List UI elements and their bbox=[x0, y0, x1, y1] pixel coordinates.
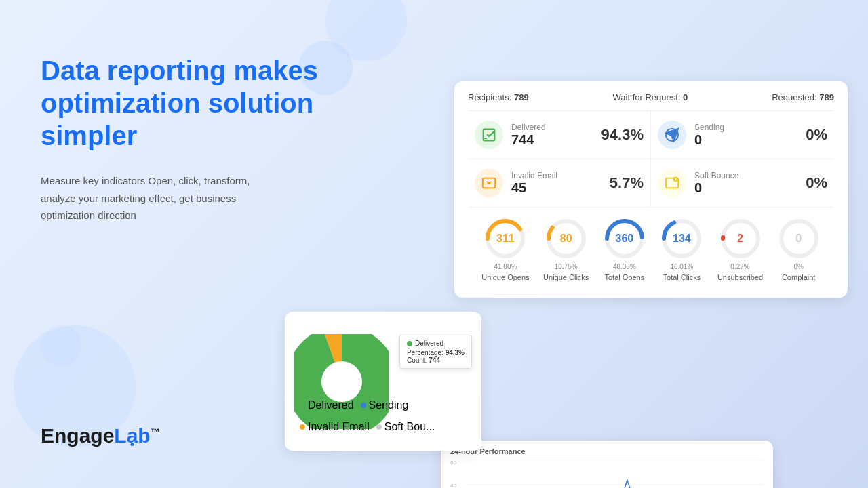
circle-unsubscribed: 2 0.27% Unsubscribed bbox=[717, 217, 763, 281]
tooltip-percentage: Percentage: 94.3% bbox=[407, 349, 465, 357]
unsubscribed-chart: 2 bbox=[719, 217, 762, 260]
invalid-percent: 5.7% bbox=[610, 174, 644, 192]
legend-dot-invalid bbox=[300, 424, 305, 430]
delivered-value: 744 bbox=[511, 132, 593, 148]
unsubscribed-label: Unsubscribed bbox=[717, 273, 763, 281]
logo: EngageLab™ bbox=[41, 424, 160, 447]
tooltip-label: Delivered bbox=[415, 340, 443, 347]
legend-sending: Sending bbox=[361, 399, 409, 411]
legend-label-soft-bounce: Soft Bou... bbox=[384, 421, 435, 433]
requested-value: 789 bbox=[819, 92, 834, 102]
total-opens-pct: 48.38% bbox=[613, 263, 636, 270]
sending-percent: 0% bbox=[806, 126, 827, 144]
unique-clicks-chart: 80 bbox=[545, 217, 588, 260]
svg-point-25 bbox=[321, 361, 362, 402]
circle-complaint: 0 0% Complaint bbox=[777, 217, 821, 281]
circle-unique-clicks: 80 10.75% Unique Clicks bbox=[543, 217, 589, 281]
stats-grid: Delivered 744 94.3% Sending 0 bbox=[468, 111, 834, 207]
recipients-bar: Recipients: 789 Wait for Request: 0 Requ… bbox=[468, 92, 834, 111]
line-chart-wrapper: 60 40 20 0 bbox=[450, 460, 764, 488]
delivered-info: Delivered 744 bbox=[511, 123, 593, 148]
soft-bounce-info: Soft Bounce 0 bbox=[694, 171, 797, 196]
invalid-label: Invalid Email bbox=[511, 171, 601, 180]
unique-opens-pct: 41.80% bbox=[494, 263, 517, 270]
total-clicks-label: Total Clicks bbox=[663, 273, 701, 281]
total-clicks-value: 134 bbox=[673, 232, 691, 245]
legend-delivered: Delivered bbox=[300, 399, 354, 411]
invalid-value: 45 bbox=[511, 180, 601, 196]
stat-cell-sending: Sending 0 0% bbox=[651, 111, 834, 159]
legend-label-sending: Sending bbox=[369, 399, 409, 411]
pie-tooltip: Delivered Percentage: 94.3% Count: 744 bbox=[399, 335, 472, 369]
sending-value: 0 bbox=[694, 132, 797, 148]
delivered-percent: 94.3% bbox=[601, 126, 644, 144]
complaint-label: Complaint bbox=[782, 273, 816, 281]
total-clicks-chart: 134 bbox=[660, 217, 703, 260]
sending-info: Sending 0 bbox=[694, 123, 797, 148]
complaint-pct: 0% bbox=[793, 263, 803, 270]
legend-invalid: Invalid Email bbox=[300, 421, 370, 433]
left-panel: Data reporting makes optimization soluti… bbox=[41, 54, 353, 224]
logo-dot: Lab bbox=[114, 424, 150, 447]
circle-unique-opens: 311 41.80% Unique Opens bbox=[481, 217, 529, 281]
legend-dot-sending bbox=[361, 403, 366, 408]
invalid-info: Invalid Email 45 bbox=[511, 171, 601, 196]
line-chart-title: 24-hour Performance bbox=[450, 447, 764, 455]
legend-label-delivered: Delivered bbox=[308, 399, 354, 411]
soft-bounce-label: Soft Bounce bbox=[694, 171, 797, 180]
total-opens-label: Total Opens bbox=[605, 273, 645, 281]
line-chart-area bbox=[467, 460, 764, 488]
unique-opens-chart: 311 bbox=[484, 217, 527, 260]
legend-dot-delivered bbox=[300, 403, 305, 408]
wait-value: 0 bbox=[683, 92, 688, 102]
total-opens-chart: 360 bbox=[603, 217, 646, 260]
sending-icon bbox=[658, 121, 686, 149]
page-title: Data reporting makes optimization soluti… bbox=[41, 54, 353, 152]
complaint-value: 0 bbox=[795, 232, 802, 245]
delivered-icon bbox=[475, 121, 503, 149]
total-clicks-pct: 18.01% bbox=[670, 263, 693, 270]
logo-engage: Engage bbox=[41, 424, 114, 447]
legend-soft-bounce: Soft Bou... bbox=[376, 421, 435, 433]
delivered-label: Delivered bbox=[511, 123, 593, 132]
pie-chart-card: Delivered Percentage: 94.3% Count: 744 D… bbox=[285, 312, 481, 451]
unsubscribed-pct: 0.27% bbox=[730, 263, 749, 270]
soft-bounce-value: 0 bbox=[694, 180, 797, 196]
unique-opens-value: 311 bbox=[496, 232, 515, 245]
page-description: Measure key indicators Open, click, tran… bbox=[41, 172, 271, 224]
main-stats-card: Recipients: 789 Wait for Request: 0 Requ… bbox=[454, 81, 848, 298]
unique-clicks-label: Unique Clicks bbox=[543, 273, 589, 281]
pie-legend: Delivered Sending Invalid Email Soft Bou… bbox=[294, 399, 472, 436]
tooltip-count: Count: 744 bbox=[407, 357, 465, 364]
logo-text: EngageLab™ bbox=[41, 424, 160, 447]
y-axis-labels: 60 40 20 0 bbox=[450, 460, 456, 488]
recipients-value: 789 bbox=[514, 92, 529, 102]
complaint-chart: 0 bbox=[777, 217, 821, 260]
unique-opens-label: Unique Opens bbox=[481, 273, 529, 281]
legend-label-invalid: Invalid Email bbox=[308, 421, 370, 433]
requested-label: Requested: 789 bbox=[772, 92, 834, 102]
circle-total-clicks: 134 18.01% Total Clicks bbox=[660, 217, 703, 281]
stat-cell-soft-bounce: Soft Bounce 0 0% bbox=[651, 159, 834, 207]
legend-dot-soft-bounce bbox=[376, 424, 382, 430]
sending-label: Sending bbox=[694, 123, 797, 132]
stat-cell-delivered: Delivered 744 94.3% bbox=[468, 111, 651, 159]
line-chart-svg bbox=[467, 460, 764, 488]
wait-label: Wait for Request: 0 bbox=[613, 92, 688, 102]
recipients-label: Recipients: 789 bbox=[468, 92, 529, 102]
soft-bounce-icon bbox=[658, 169, 686, 197]
unique-clicks-pct: 10.75% bbox=[555, 263, 578, 270]
circle-total-opens: 360 48.38% Total Opens bbox=[603, 217, 646, 281]
line-chart-card: 24-hour Performance 60 40 20 0 bbox=[441, 441, 773, 488]
circles-row: 311 41.80% Unique Opens 80 10.75% Unique… bbox=[468, 207, 834, 287]
logo-tm: ™ bbox=[151, 426, 160, 437]
deco-circle-4 bbox=[41, 325, 81, 366]
unique-clicks-value: 80 bbox=[560, 232, 572, 245]
stat-cell-invalid: Invalid Email 45 5.7% bbox=[468, 159, 651, 207]
pie-container: Delivered Percentage: 94.3% Count: 744 D… bbox=[294, 321, 472, 441]
total-opens-value: 360 bbox=[616, 232, 634, 245]
soft-bounce-percent: 0% bbox=[806, 174, 827, 192]
invalid-icon bbox=[475, 169, 503, 197]
unsubscribed-value: 2 bbox=[737, 232, 743, 245]
logo-lab: Lab bbox=[114, 424, 150, 447]
